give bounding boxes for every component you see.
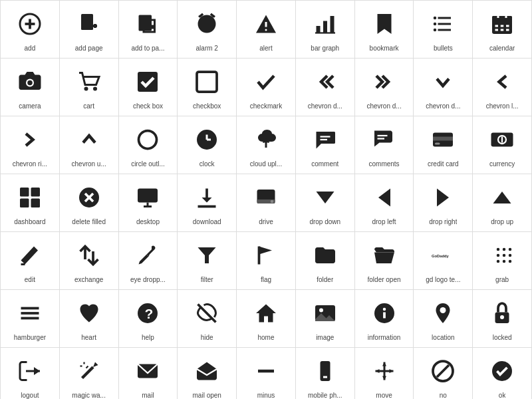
icon-cell-bar-graph[interactable]: bar graph xyxy=(296,1,355,59)
icon-cell-drop-up[interactable]: drop up xyxy=(473,174,532,232)
icon-cell-hide[interactable]: hide xyxy=(178,290,237,348)
alert-label: alert xyxy=(259,45,272,53)
chevron-left-label: chevron l... xyxy=(486,102,519,110)
icon-cell-grab[interactable]: grab xyxy=(473,232,532,290)
icon-cell-drop-right[interactable]: drop right xyxy=(414,174,473,232)
icon-cell-mobile-phone[interactable]: mobile ph... xyxy=(296,348,355,399)
icon-cell-add-page[interactable]: add page xyxy=(60,1,119,59)
icon-cell-chevron-down[interactable]: chevron d... xyxy=(414,59,473,116)
icon-cell-chevron-double-left[interactable]: chevron d... xyxy=(296,59,355,116)
icon-cell-download[interactable]: download xyxy=(178,174,237,232)
icon-cell-chevron-left[interactable]: chevron l... xyxy=(473,59,532,116)
icon-cell-eye-dropper[interactable]: eye dropp... xyxy=(119,232,178,290)
icon-cell-bullets[interactable]: bullets xyxy=(414,1,473,59)
icon-cell-desktop[interactable]: desktop xyxy=(119,174,178,232)
minus-icon xyxy=(249,354,283,388)
icon-cell-credit-card[interactable]: credit card xyxy=(414,116,473,174)
chevron-double-left-icon xyxy=(309,65,342,98)
drop-up-label: drop up xyxy=(491,218,513,226)
icon-cell-calendar[interactable]: calendar xyxy=(473,1,532,59)
icon-cell-add-to-page[interactable]: add to pa... xyxy=(119,1,178,59)
icon-cell-ok[interactable]: ok xyxy=(473,348,532,399)
icon-cell-checkbox[interactable]: checkbox xyxy=(178,59,237,116)
icon-cell-drop-left[interactable]: drop left xyxy=(355,174,414,232)
icon-cell-location[interactable]: location xyxy=(414,290,473,348)
icon-cell-drop-down[interactable]: drop down xyxy=(296,174,355,232)
svg-rect-27 xyxy=(492,16,512,22)
filter-label: filter xyxy=(201,276,213,284)
icon-cell-chevron-right[interactable]: chevron ri... xyxy=(1,116,60,174)
icon-cell-logout[interactable]: logout xyxy=(1,348,60,399)
icon-cell-drive[interactable]: drive xyxy=(237,174,296,232)
folder-open-label: folder open xyxy=(368,276,401,284)
icon-cell-clock[interactable]: clock xyxy=(178,116,237,174)
icon-cell-hamburger[interactable]: hamburger xyxy=(1,290,60,348)
check-box-icon xyxy=(131,65,164,98)
svg-text:GoDaddy: GoDaddy xyxy=(432,254,450,258)
icon-cell-gd-logo[interactable]: GoDaddygd logo te... xyxy=(414,232,473,290)
icon-cell-add[interactable]: add xyxy=(1,1,60,59)
icon-cell-help[interactable]: ?help xyxy=(119,290,178,348)
icon-cell-chevron-double-right[interactable]: chevron d... xyxy=(355,59,414,116)
drop-down-icon xyxy=(309,181,342,214)
currency-icon xyxy=(485,123,519,156)
icon-cell-delete-filled[interactable]: delete filled xyxy=(60,174,119,232)
icon-cell-currency[interactable]: currency xyxy=(473,116,532,174)
icon-cell-bookmark[interactable]: bookmark xyxy=(355,1,414,59)
icon-cell-image[interactable]: image xyxy=(296,290,355,348)
drop-right-icon xyxy=(426,181,460,214)
mobile-phone-icon xyxy=(309,354,342,388)
filter-icon xyxy=(190,239,223,272)
move-icon xyxy=(368,354,401,388)
icon-cell-camera[interactable]: camera xyxy=(1,59,60,116)
information-label: information xyxy=(368,334,400,342)
move-label: move xyxy=(376,392,392,399)
icon-cell-check-box[interactable]: check box xyxy=(119,59,178,116)
icon-cell-locked[interactable]: locked xyxy=(473,290,532,348)
icon-cell-mail[interactable]: mail xyxy=(119,348,178,399)
svg-point-39 xyxy=(93,87,97,91)
icon-cell-no[interactable]: no xyxy=(414,348,473,399)
icon-cell-mail-open[interactable]: mail open xyxy=(178,348,237,399)
icon-cell-information[interactable]: information xyxy=(355,290,414,348)
icon-cell-filter[interactable]: filter xyxy=(178,232,237,290)
icon-cell-checkmark[interactable]: checkmark xyxy=(237,59,296,116)
icon-cell-comments[interactable]: comments xyxy=(355,116,414,174)
svg-point-82 xyxy=(497,260,500,263)
icon-cell-cart[interactable]: cart xyxy=(60,59,119,116)
alarm-2-label: alarm 2 xyxy=(196,45,218,53)
no-label: no xyxy=(440,392,447,399)
icon-cell-comment[interactable]: comment xyxy=(296,116,355,174)
icon-cell-flag[interactable]: flag xyxy=(237,232,296,290)
icon-cell-home[interactable]: home xyxy=(237,290,296,348)
camera-icon xyxy=(13,65,47,98)
drop-left-label: drop left xyxy=(372,218,396,226)
svg-rect-18 xyxy=(330,16,334,33)
comment-label: comment xyxy=(311,160,338,168)
icon-cell-minus[interactable]: minus xyxy=(237,348,296,399)
icon-cell-alert[interactable]: alert xyxy=(237,1,296,59)
cart-label: cart xyxy=(83,102,94,110)
clock-icon xyxy=(190,123,223,156)
icon-cell-cloud-upload[interactable]: cloud upl... xyxy=(237,116,296,174)
icon-cell-circle-outline[interactable]: circle outl... xyxy=(119,116,178,174)
image-label: image xyxy=(316,334,334,342)
icon-cell-alarm-2[interactable]: alarm 2 xyxy=(178,1,237,59)
add-to-page-label: add to pa... xyxy=(131,45,164,53)
comments-icon xyxy=(368,123,401,156)
icon-cell-magic-wand[interactable]: magic wa... xyxy=(60,348,119,399)
icon-cell-chevron-up[interactable]: chevron u... xyxy=(60,116,119,174)
calendar-label: calendar xyxy=(489,45,515,53)
icon-cell-dashboard[interactable]: dashboard xyxy=(1,174,60,232)
camera-label: camera xyxy=(19,102,41,110)
chevron-left-icon xyxy=(485,65,519,98)
icon-cell-folder[interactable]: folder xyxy=(296,232,355,290)
icon-cell-folder-open[interactable]: folder open xyxy=(355,232,414,290)
bullets-icon xyxy=(426,7,460,41)
icon-cell-exchange[interactable]: exchange xyxy=(60,232,119,290)
icon-cell-edit[interactable]: edit xyxy=(1,232,60,290)
download-label: download xyxy=(193,218,221,226)
icon-cell-heart[interactable]: heart xyxy=(60,290,119,348)
icon-cell-move[interactable]: move xyxy=(355,348,414,399)
check-box-label: check box xyxy=(133,102,163,110)
